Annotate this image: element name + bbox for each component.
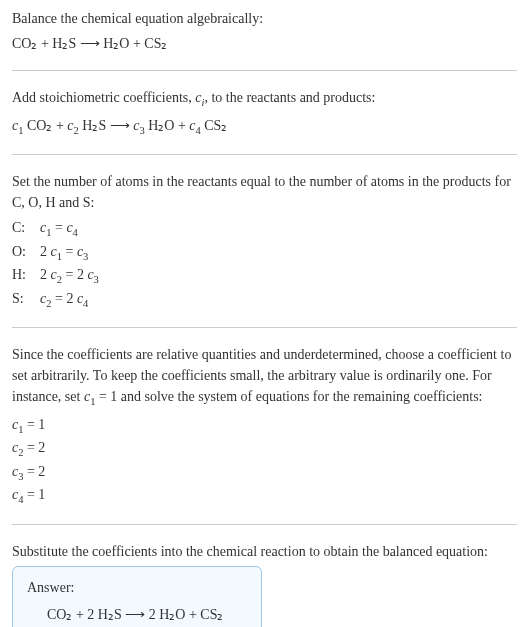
solution-line: c3 = 2	[12, 461, 517, 485]
text-part: , to the reactants and products:	[204, 90, 375, 105]
problem-title: Balance the chemical equation algebraica…	[12, 8, 517, 29]
atom-eq: c1 = c4	[40, 217, 78, 241]
atom-balance-title: Set the number of atoms in the reactants…	[12, 171, 517, 213]
num: 2	[40, 267, 51, 282]
val: = 1	[23, 417, 45, 432]
species: H₂O +	[145, 118, 190, 133]
element-label: S:	[12, 288, 40, 312]
atom-eq: 2 c2 = 2 c3	[40, 264, 99, 288]
coeff-equation: c1 CO₂ + c2 H₂S ⟶ c3 H₂O + c4 CS₂	[12, 115, 517, 139]
section-answer: Substitute the coefficients into the che…	[12, 541, 517, 627]
atom-eq: c2 = 2 c4	[40, 288, 88, 312]
answer-label: Answer:	[27, 577, 247, 598]
section-problem: Balance the chemical equation algebraica…	[12, 8, 517, 71]
substitute-text: Substitute the coefficients into the che…	[12, 541, 517, 562]
solution-line: c1 = 1	[12, 414, 517, 438]
balanced-equation: CO₂ + 2 H₂S ⟶ 2 H₂O + CS₂	[27, 604, 247, 625]
section-solve: Since the coefficients are relative quan…	[12, 344, 517, 525]
atom-row: S: c2 = 2 c4	[12, 288, 517, 312]
atom-row: H: 2 c2 = 2 c3	[12, 264, 517, 288]
atom-row: C: c1 = c4	[12, 217, 517, 241]
sub: 3	[94, 274, 99, 285]
section-atom-balance: Set the number of atoms in the reactants…	[12, 171, 517, 328]
sub: 4	[83, 298, 88, 309]
eq-sign: =	[62, 244, 77, 259]
num: 2	[77, 267, 88, 282]
answer-box: Answer: CO₂ + 2 H₂S ⟶ 2 H₂O + CS₂	[12, 566, 262, 627]
atom-equations: C: c1 = c4 O: 2 c1 = c3 H: 2 c2 = 2 c3 S…	[12, 217, 517, 311]
eq-sign: =	[51, 220, 66, 235]
element-label: H:	[12, 264, 40, 288]
element-label: O:	[12, 241, 40, 265]
add-coeffs-text: Add stoichiometric coefficients, ci, to …	[12, 87, 517, 111]
sub: 4	[73, 227, 78, 238]
eq-sign: =	[51, 291, 66, 306]
val: = 2	[23, 440, 45, 455]
species: H₂S ⟶	[79, 118, 133, 133]
solution-line: c2 = 2	[12, 437, 517, 461]
solve-text: Since the coefficients are relative quan…	[12, 344, 517, 410]
val: = 2	[23, 464, 45, 479]
num: 2	[40, 244, 51, 259]
text-part: = 1 and solve the system of equations fo…	[95, 389, 482, 404]
solution-line: c4 = 1	[12, 484, 517, 508]
element-label: C:	[12, 217, 40, 241]
atom-row: O: 2 c1 = c3	[12, 241, 517, 265]
solution-list: c1 = 1 c2 = 2 c3 = 2 c4 = 1	[12, 414, 517, 508]
val: = 1	[23, 487, 45, 502]
species: CO₂ +	[23, 118, 67, 133]
eq-sign: =	[62, 267, 77, 282]
sub: 3	[83, 250, 88, 261]
num: 2	[66, 291, 77, 306]
atom-eq: 2 c1 = c3	[40, 241, 88, 265]
text-part: Add stoichiometric coefficients,	[12, 90, 195, 105]
species: CS₂	[201, 118, 228, 133]
unbalanced-equation: CO₂ + H₂S ⟶ H₂O + CS₂	[12, 33, 517, 54]
section-add-coeffs: Add stoichiometric coefficients, ci, to …	[12, 87, 517, 155]
